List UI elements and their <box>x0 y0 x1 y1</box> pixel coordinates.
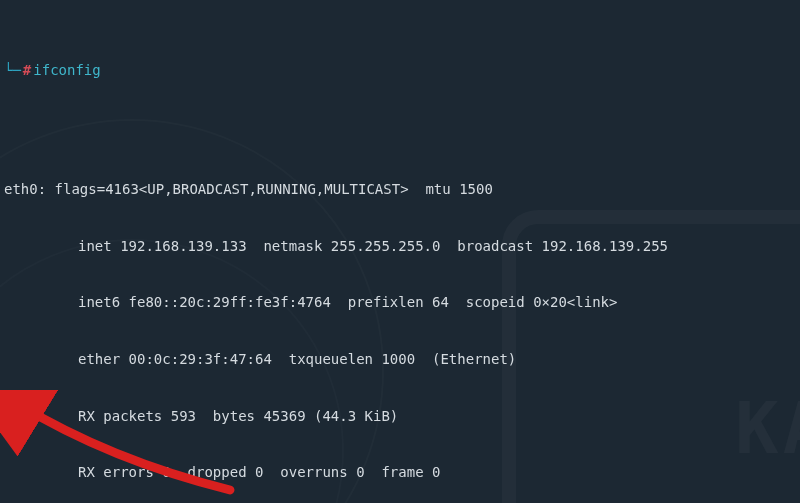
iface-line: inet 192.168.139.133 netmask 255.255.255… <box>4 237 796 256</box>
command-text: ifconfig <box>33 61 100 80</box>
prompt-corner: └─ <box>4 61 21 80</box>
iface-line: ether 00:0c:29:3f:47:64 txqueuelen 1000 … <box>4 350 796 369</box>
prompt-line: └─# ifconfig <box>4 61 796 80</box>
iface-eth0: eth0: flags=4163<UP,BROADCAST,RUNNING,MU… <box>4 142 796 503</box>
terminal-output[interactable]: └─# ifconfig eth0: flags=4163<UP,BROADCA… <box>0 0 800 503</box>
iface-line: RX packets 593 bytes 45369 (44.3 KiB) <box>4 407 796 426</box>
iface-line: inet6 fe80::20c:29ff:fe3f:4764 prefixlen… <box>4 293 796 312</box>
iface-header: eth0: flags=4163<UP,BROADCAST,RUNNING,MU… <box>4 180 796 199</box>
prompt-hash-icon: # <box>21 61 33 80</box>
iface-line: RX errors 0 dropped 0 overruns 0 frame 0 <box>4 463 796 482</box>
